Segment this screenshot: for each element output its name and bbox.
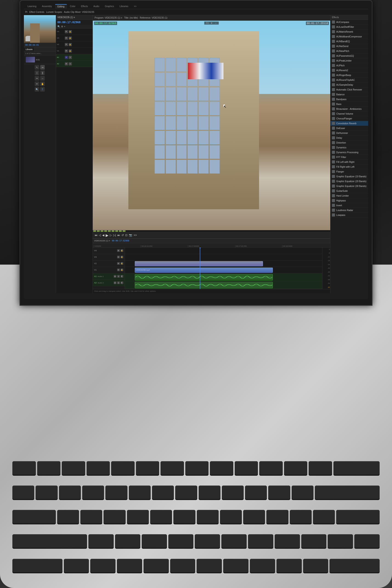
key-equals[interactable] [292, 486, 314, 499]
effect-aumatrix[interactable]: 🎵 AUMatrixReverb [330, 30, 368, 34]
key-d[interactable] [142, 534, 167, 548]
key-v[interactable] [144, 559, 169, 572]
key-f7[interactable] [185, 461, 209, 475]
ctrl-play[interactable]: ▶ [106, 233, 108, 238]
v4-lock[interactable]: 🔒 [69, 30, 72, 33]
effect-auparametriceq[interactable]: 🎵 AUParametricEQ [330, 54, 368, 58]
key-f11[interactable] [284, 461, 308, 475]
effect-convolution[interactable]: 🎵 Convolution Reverb [330, 121, 368, 126]
key-6[interactable] [152, 486, 174, 499]
effect-auroundtrip[interactable]: 🎵 AURoundTripAAC [330, 78, 368, 82]
key-comma[interactable] [250, 559, 275, 572]
v2-lock[interactable]: 🔒 [69, 43, 72, 46]
premiere-logo-btn[interactable]: Pr [25, 11, 28, 13]
slip-tool[interactable]: ↔ [40, 76, 45, 80]
key-f12[interactable] [309, 461, 332, 475]
v1-lock[interactable]: 🔒 [69, 50, 72, 52]
key-s[interactable] [115, 534, 140, 548]
effect-auroger[interactable]: 🎵 AURogerBeep [330, 73, 368, 78]
key-f9[interactable] [235, 461, 258, 475]
text-tool[interactable]: T [40, 87, 45, 92]
key-caps[interactable] [12, 534, 87, 548]
tl-v1-lock[interactable]: 🔒 [120, 268, 123, 271]
key-n[interactable] [196, 559, 222, 572]
seq-btn-3[interactable]: + [64, 25, 66, 28]
effect-lowpass[interactable]: 🎵 Lowpass [330, 213, 368, 218]
ctrl-step-back[interactable]: ◁ [99, 234, 101, 237]
ctrl-safe-margins[interactable]: ⊡ [125, 234, 128, 237]
effect-fft[interactable]: 🎵 FFT Filter [330, 155, 368, 160]
key-b[interactable] [170, 559, 196, 572]
key-i[interactable] [220, 510, 242, 524]
effect-aunetsend[interactable]: 🎵 AUNetSend [330, 44, 368, 49]
key-f4[interactable] [111, 461, 134, 475]
tl-a2-mic[interactable]: 🎙 [120, 281, 123, 284]
key-f2[interactable] [62, 461, 85, 475]
ctrl-more[interactable]: >> [134, 234, 137, 237]
effect-aucompass[interactable]: 🎵 AUCompass [330, 20, 368, 24]
key-x[interactable] [90, 559, 116, 572]
tab-effects[interactable]: Effects [78, 4, 90, 8]
key-h[interactable] [222, 534, 247, 548]
tab-editing[interactable]: Editing [55, 4, 67, 8]
tab-learning[interactable]: Learning [25, 4, 39, 8]
key-f10[interactable] [259, 461, 283, 475]
effect-fillright[interactable]: 🎵 Fill Right with Left [330, 164, 368, 169]
key-5[interactable] [129, 486, 151, 499]
a1-m[interactable]: M [65, 56, 68, 59]
a1-audio-clip[interactable] [135, 274, 273, 280]
effect-deesser[interactable]: 🎵 DeEsser [330, 126, 368, 131]
sequence-timecode[interactable]: 00:00:17:02968 [56, 20, 92, 25]
a2-s[interactable]: S [69, 62, 72, 66]
effect-dynamics[interactable]: 🎵 Dynamics [330, 145, 368, 150]
effect-ausampledelay[interactable]: 🎵 AUSampleDelay [330, 82, 368, 87]
tl-a1-s[interactable]: S [117, 275, 120, 278]
media-browser-tab[interactable]: Librarie [24, 47, 35, 52]
ripple-edit-tool[interactable]: [ [35, 70, 39, 75]
tab-color[interactable]: Color [68, 4, 78, 8]
tl-v3-eye[interactable]: 👁 [117, 256, 120, 258]
media-item-1[interactable]: 4:01 [25, 56, 55, 63]
playhead[interactable] [200, 248, 200, 289]
key-t[interactable] [150, 510, 172, 524]
effect-chanvol[interactable]: 🎵 Channel Volume [330, 112, 368, 116]
v1-video-clip[interactable]: VIDEO0258.mp4 [135, 268, 273, 273]
v1-eye[interactable]: 👁 [65, 50, 68, 52]
effect-highpass[interactable]: 🎵 Highpass [330, 198, 368, 203]
key-a[interactable] [88, 534, 114, 548]
key-j[interactable] [248, 534, 273, 548]
tl-v1-eye[interactable]: 👁 [117, 268, 120, 271]
tab-graphics[interactable]: Graphics [102, 4, 116, 8]
rolling-edit-tool[interactable]: ][ [40, 70, 45, 75]
v2-clip[interactable] [135, 261, 263, 266]
effect-aupitch[interactable]: 🎵 AUPitch [330, 63, 368, 68]
ctrl-play-fwd[interactable]: ▷ [110, 234, 112, 237]
v3-eye[interactable]: 👁 [65, 36, 68, 40]
tl-a1-mic[interactable]: 🎙 [120, 275, 123, 278]
effect-aupeaklimiter[interactable]: 🎵 AUPeakLimiter [330, 58, 368, 63]
tl-v4-lock[interactable]: 🔒 [120, 249, 123, 252]
key-slash[interactable] [303, 559, 328, 572]
tab-more[interactable]: >> [132, 4, 139, 8]
key-8[interactable] [199, 486, 220, 499]
effect-aumulti[interactable]: 🎵 AUMultibandCompressor [330, 34, 368, 39]
key-o[interactable] [243, 510, 265, 524]
key-e[interactable] [104, 510, 126, 524]
key-9[interactable] [222, 486, 244, 499]
key-r[interactable] [127, 510, 149, 524]
ctrl-export-frame[interactable]: 📷 [129, 234, 132, 237]
key-3[interactable] [82, 486, 104, 499]
key-f6[interactable] [160, 461, 184, 475]
key-tab[interactable] [12, 510, 56, 524]
key-semicolon[interactable] [328, 534, 353, 548]
key-return[interactable] [336, 510, 380, 524]
effect-invert[interactable]: 🎵 Invert [330, 203, 368, 208]
seq-btn-2[interactable]: ⚙ [61, 25, 63, 28]
effect-guitarsuite[interactable]: 🎵 GuitarSuite [330, 188, 368, 194]
tl-v2-eye[interactable]: 👁 [117, 262, 120, 265]
effect-dehummer[interactable]: 🎵 DeHummer [330, 131, 368, 136]
effect-filleft[interactable]: 🎵 Fill Left with Right [330, 160, 368, 164]
pen-tool[interactable]: ✏ [35, 82, 39, 86]
key-k[interactable] [275, 534, 300, 548]
effect-dynproc[interactable]: 🎵 Dynamics Processing [330, 150, 368, 155]
